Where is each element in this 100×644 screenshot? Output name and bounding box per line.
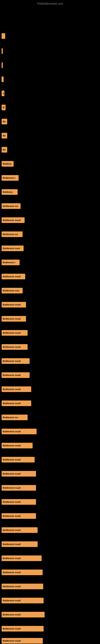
bottleneck-bar: s xyxy=(1,90,4,96)
bottleneck-bar: Bottleneck res xyxy=(1,232,23,237)
bottleneck-bar: Bottleneck result xyxy=(1,429,37,434)
site-title: TheBottlenecker.com xyxy=(0,0,100,6)
bottleneck-bar: Bottlene xyxy=(1,161,14,167)
bottleneck-bar: Bo xyxy=(1,119,7,124)
bottleneck-bar: Bottleneck result xyxy=(1,274,25,279)
bottleneck-bar xyxy=(1,62,3,68)
bottleneck-bar: Bottleneck result xyxy=(1,485,36,491)
bottleneck-bar: Bottleneck result xyxy=(1,499,36,505)
bottleneck-bar xyxy=(1,48,3,54)
bottleneck-bar: Bottleneck result xyxy=(1,344,28,350)
bottleneck-bar: B xyxy=(1,105,6,110)
bottleneck-bar: Bottleneck result xyxy=(1,471,36,476)
bottleneck-bar: Bottleneck result xyxy=(1,541,38,547)
bottleneck-bar: Bottleneck resu xyxy=(1,288,23,294)
bottleneck-bar: Bottleneck result xyxy=(1,217,25,223)
bottleneck-bar: Bottleneck result xyxy=(1,302,26,308)
bottleneck-bar: Bo xyxy=(1,147,7,152)
bottleneck-bar: Bottleneck result xyxy=(1,372,30,378)
bottleneck-bar: Bottleneck resul xyxy=(1,246,24,251)
bottleneck-bar: Bottleneck result xyxy=(1,598,44,603)
bottleneck-bar: Bottleneck result xyxy=(1,400,31,406)
bottleneck-bar: Bottleneck result xyxy=(1,556,42,561)
bottleneck-bar: Bottleneck result xyxy=(1,584,43,589)
bottleneck-bar: Bottleneck r xyxy=(1,260,20,265)
bottleneck-bar: Bottleneck result xyxy=(1,612,45,618)
bottleneck-bar: Bottleneck result xyxy=(1,527,38,533)
bottleneck-bar: Bottleneck result xyxy=(1,386,31,392)
bottleneck-bar: Bottleneck result xyxy=(1,626,44,632)
bottleneck-bar: Bottlenec xyxy=(1,189,18,195)
bottleneck-bar: Bottleneck result xyxy=(1,358,30,364)
bottleneck-bar: Bottleneck result xyxy=(1,316,26,322)
bottleneck-bar: Bottleneck res xyxy=(1,414,28,420)
bottleneck-bar xyxy=(1,76,3,82)
bottleneck-bar: Bottleneck result xyxy=(1,638,43,644)
bottleneck-bar: Bottleneck r xyxy=(1,175,19,181)
bottleneck-bar: Bo xyxy=(1,133,7,138)
bottleneck-bar: Bottleneck result xyxy=(1,513,36,519)
bottleneck-bar: Bottleneck result xyxy=(1,457,35,462)
bottleneck-bar: Bottleneck result xyxy=(1,443,33,448)
bottleneck-bar: Bottleneck result xyxy=(1,330,28,336)
bottleneck-bar: Bottleneck res xyxy=(1,203,21,209)
bottleneck-bar xyxy=(1,33,5,39)
bottleneck-bar: Bottleneck result xyxy=(1,570,43,575)
